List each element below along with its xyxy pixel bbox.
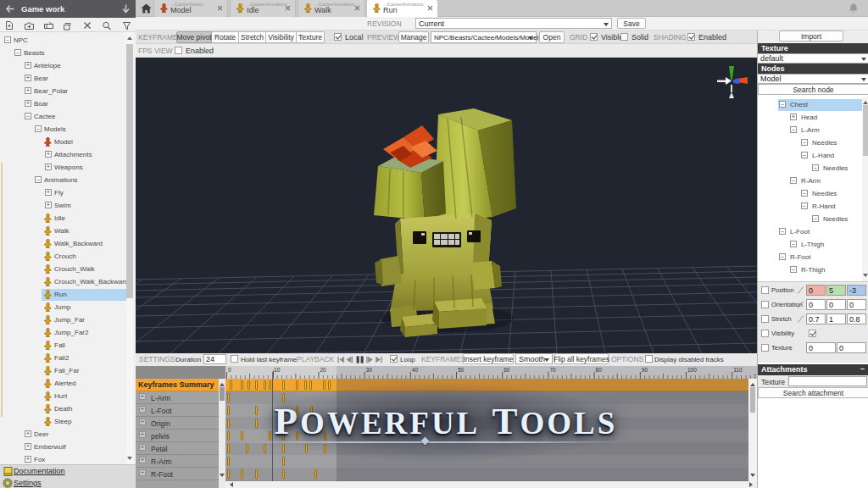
svg-text:20: 20 — [320, 367, 326, 373]
svg-text:0: 0 — [228, 367, 231, 373]
svg-text:10: 10 — [274, 367, 281, 373]
